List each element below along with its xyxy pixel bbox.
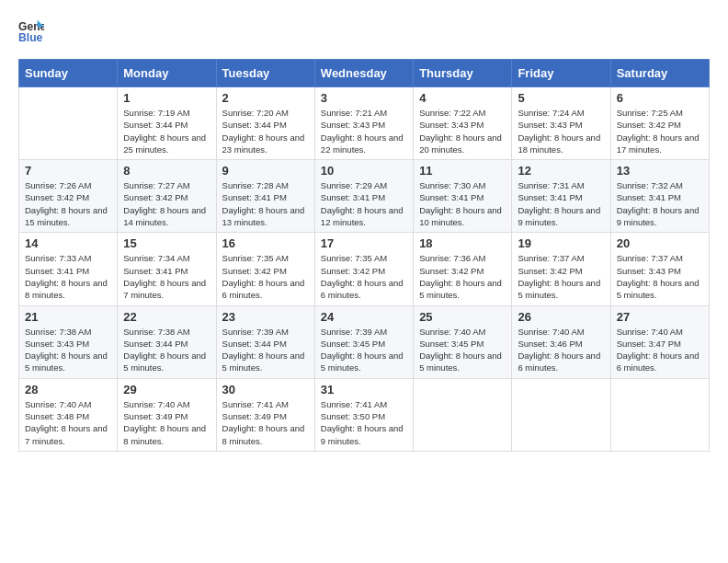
day-number: 26	[518, 310, 604, 324]
day-number: 29	[123, 383, 210, 396]
weekday-header-saturday: Saturday	[610, 60, 709, 87]
day-number: 6	[617, 91, 703, 105]
day-info: Sunrise: 7:37 AMSunset: 3:42 PMDaylight:…	[518, 252, 604, 301]
weekday-header-monday: Monday	[118, 60, 216, 87]
day-cell: 22Sunrise: 7:38 AMSunset: 3:44 PMDayligh…	[118, 305, 216, 378]
day-info: Sunrise: 7:24 AMSunset: 3:43 PMDaylight:…	[518, 107, 604, 155]
day-cell: 15Sunrise: 7:34 AMSunset: 3:41 PMDayligh…	[118, 233, 216, 305]
day-info: Sunrise: 7:40 AMSunset: 3:45 PMDaylight:…	[419, 326, 506, 374]
logo: General Blue	[18, 18, 44, 44]
day-number: 21	[25, 310, 111, 324]
day-cell: 27Sunrise: 7:40 AMSunset: 3:47 PMDayligh…	[610, 305, 709, 378]
day-cell: 10Sunrise: 7:29 AMSunset: 3:41 PMDayligh…	[314, 160, 413, 233]
day-info: Sunrise: 7:31 AMSunset: 3:41 PMDaylight:…	[518, 179, 604, 228]
day-number: 11	[419, 164, 506, 178]
week-row-2: 7Sunrise: 7:26 AMSunset: 3:42 PMDaylight…	[19, 160, 710, 233]
day-info: Sunrise: 7:30 AMSunset: 3:41 PMDaylight:…	[419, 179, 506, 228]
weekday-header-sunday: Sunday	[19, 60, 118, 87]
day-cell: 28Sunrise: 7:40 AMSunset: 3:48 PMDayligh…	[19, 378, 118, 451]
day-cell: 30Sunrise: 7:41 AMSunset: 3:49 PMDayligh…	[216, 378, 314, 451]
day-cell: 17Sunrise: 7:35 AMSunset: 3:42 PMDayligh…	[314, 233, 413, 305]
day-cell: 21Sunrise: 7:38 AMSunset: 3:43 PMDayligh…	[19, 305, 118, 378]
day-number: 16	[222, 236, 309, 250]
day-info: Sunrise: 7:37 AMSunset: 3:43 PMDaylight:…	[617, 252, 703, 301]
day-info: Sunrise: 7:41 AMSunset: 3:49 PMDaylight:…	[222, 398, 309, 447]
day-cell: 12Sunrise: 7:31 AMSunset: 3:41 PMDayligh…	[512, 160, 610, 233]
day-number: 13	[617, 164, 703, 178]
day-number: 31	[321, 383, 407, 396]
day-number: 24	[321, 310, 407, 324]
day-cell: 24Sunrise: 7:39 AMSunset: 3:45 PMDayligh…	[314, 305, 413, 378]
day-number: 28	[25, 383, 111, 396]
day-cell: 11Sunrise: 7:30 AMSunset: 3:41 PMDayligh…	[414, 160, 512, 233]
day-info: Sunrise: 7:34 AMSunset: 3:41 PMDaylight:…	[123, 252, 210, 301]
day-number: 22	[123, 310, 210, 324]
day-number: 23	[222, 310, 309, 324]
day-cell: 18Sunrise: 7:36 AMSunset: 3:42 PMDayligh…	[414, 233, 512, 305]
day-number: 12	[518, 164, 604, 178]
day-number: 19	[518, 236, 604, 250]
day-cell	[512, 378, 610, 451]
logo-icon: General Blue	[18, 18, 44, 44]
day-info: Sunrise: 7:29 AMSunset: 3:41 PMDaylight:…	[321, 179, 407, 228]
week-row-5: 28Sunrise: 7:40 AMSunset: 3:48 PMDayligh…	[19, 378, 710, 451]
day-info: Sunrise: 7:25 AMSunset: 3:42 PMDaylight:…	[617, 107, 703, 155]
day-number: 17	[321, 236, 407, 250]
day-cell: 29Sunrise: 7:40 AMSunset: 3:49 PMDayligh…	[118, 378, 216, 451]
day-info: Sunrise: 7:35 AMSunset: 3:42 PMDaylight:…	[321, 252, 407, 301]
day-number: 30	[222, 383, 309, 396]
day-info: Sunrise: 7:38 AMSunset: 3:43 PMDaylight:…	[25, 326, 111, 374]
day-number: 25	[419, 310, 506, 324]
day-number: 20	[617, 236, 703, 250]
day-cell: 2Sunrise: 7:20 AMSunset: 3:44 PMDaylight…	[216, 87, 314, 160]
day-number: 1	[123, 91, 210, 105]
day-cell	[19, 87, 118, 160]
day-number: 10	[321, 164, 407, 178]
week-row-3: 14Sunrise: 7:33 AMSunset: 3:41 PMDayligh…	[19, 233, 710, 305]
day-number: 15	[123, 236, 210, 250]
day-info: Sunrise: 7:33 AMSunset: 3:41 PMDaylight:…	[25, 252, 111, 301]
day-cell: 8Sunrise: 7:27 AMSunset: 3:42 PMDaylight…	[118, 160, 216, 233]
day-cell: 23Sunrise: 7:39 AMSunset: 3:44 PMDayligh…	[216, 305, 314, 378]
day-cell: 3Sunrise: 7:21 AMSunset: 3:43 PMDaylight…	[314, 87, 413, 160]
day-cell: 31Sunrise: 7:41 AMSunset: 3:50 PMDayligh…	[314, 378, 413, 451]
day-number: 4	[419, 91, 506, 105]
day-info: Sunrise: 7:26 AMSunset: 3:42 PMDaylight:…	[25, 179, 111, 228]
day-number: 27	[617, 310, 703, 324]
weekday-header-friday: Friday	[512, 60, 610, 87]
day-info: Sunrise: 7:39 AMSunset: 3:44 PMDaylight:…	[222, 326, 309, 374]
day-number: 14	[25, 236, 111, 250]
day-cell: 4Sunrise: 7:22 AMSunset: 3:43 PMDaylight…	[414, 87, 512, 160]
day-number: 2	[222, 91, 309, 105]
weekday-header-wednesday: Wednesday	[314, 60, 413, 87]
week-row-1: 1Sunrise: 7:19 AMSunset: 3:44 PMDaylight…	[19, 87, 710, 160]
day-number: 7	[25, 164, 111, 178]
day-info: Sunrise: 7:38 AMSunset: 3:44 PMDaylight:…	[123, 326, 210, 374]
day-number: 3	[321, 91, 407, 105]
day-info: Sunrise: 7:20 AMSunset: 3:44 PMDaylight:…	[222, 107, 309, 155]
weekday-header-row: SundayMondayTuesdayWednesdayThursdayFrid…	[19, 60, 710, 87]
day-info: Sunrise: 7:39 AMSunset: 3:45 PMDaylight:…	[321, 326, 407, 374]
page-header: General Blue	[18, 18, 710, 44]
day-cell: 16Sunrise: 7:35 AMSunset: 3:42 PMDayligh…	[216, 233, 314, 305]
day-cell: 14Sunrise: 7:33 AMSunset: 3:41 PMDayligh…	[19, 233, 118, 305]
day-cell: 25Sunrise: 7:40 AMSunset: 3:45 PMDayligh…	[414, 305, 512, 378]
week-row-4: 21Sunrise: 7:38 AMSunset: 3:43 PMDayligh…	[19, 305, 710, 378]
day-cell: 13Sunrise: 7:32 AMSunset: 3:41 PMDayligh…	[610, 160, 709, 233]
day-cell	[414, 378, 512, 451]
weekday-header-tuesday: Tuesday	[216, 60, 314, 87]
day-cell: 19Sunrise: 7:37 AMSunset: 3:42 PMDayligh…	[512, 233, 610, 305]
day-number: 18	[419, 236, 506, 250]
day-info: Sunrise: 7:27 AMSunset: 3:42 PMDaylight:…	[123, 179, 210, 228]
day-info: Sunrise: 7:40 AMSunset: 3:47 PMDaylight:…	[617, 326, 703, 374]
day-info: Sunrise: 7:28 AMSunset: 3:41 PMDaylight:…	[222, 179, 309, 228]
day-info: Sunrise: 7:40 AMSunset: 3:48 PMDaylight:…	[25, 398, 111, 447]
svg-text:Blue: Blue	[18, 31, 43, 44]
day-cell: 1Sunrise: 7:19 AMSunset: 3:44 PMDaylight…	[118, 87, 216, 160]
day-info: Sunrise: 7:41 AMSunset: 3:50 PMDaylight:…	[321, 398, 407, 447]
day-cell: 6Sunrise: 7:25 AMSunset: 3:42 PMDaylight…	[610, 87, 709, 160]
day-number: 5	[518, 91, 604, 105]
day-info: Sunrise: 7:32 AMSunset: 3:41 PMDaylight:…	[617, 179, 703, 228]
day-cell	[610, 378, 709, 451]
weekday-header-thursday: Thursday	[414, 60, 512, 87]
